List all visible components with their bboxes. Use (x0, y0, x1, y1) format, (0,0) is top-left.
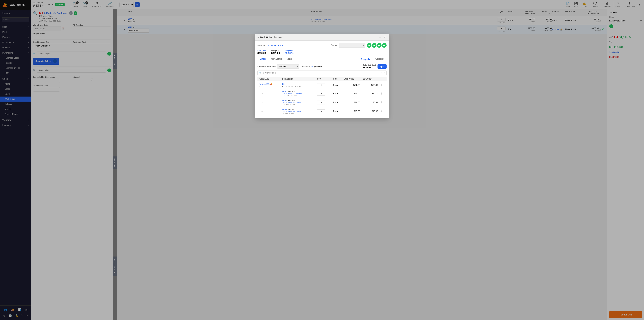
recipe-row4-purchase: 4 (258, 107, 281, 116)
modal-tab-notes-label: Notes (286, 58, 292, 60)
recipe-row2-price: $15.00 (342, 89, 362, 98)
modal-sale-price: $950.00 (258, 52, 266, 54)
modal-sale-price-label: Sale Price (258, 50, 266, 52)
recipe-row3-on-order: 86 on order (293, 102, 301, 104)
recipe-row4-on-order: 69 on order (293, 111, 301, 113)
recipe-row4-price: $15.00 (342, 107, 362, 116)
pending-po-badge: Pending PO 🚚 (259, 83, 280, 85)
recipe-row1-purchase: Pending PO 🚚 1 (258, 81, 281, 89)
recipe-row-4: 4 0003 Block C 104 on hand 69 on order 7… (258, 107, 386, 116)
recipe-row3-on-hand: 160 on hand (282, 102, 292, 104)
modal-nav-prev[interactable]: ◀ (372, 43, 376, 48)
recipe-row1-delete[interactable]: 🗑 (380, 84, 383, 87)
modal-search-row: 🔍 ✕ ≡ (258, 71, 386, 75)
recipe-col-uom: UOM (332, 77, 342, 81)
recipe-row2-delete[interactable]: 🗑 (380, 92, 383, 95)
recipe-row4-on-hand: 104 on hand (282, 111, 292, 113)
recipe-table-body: Pending PO 🚚 1 001 Block Special Order -… (258, 81, 386, 116)
recipe-row2-code[interactable]: 0001 (282, 91, 287, 93)
modal-body: Item #2: 0014 - BLOCK KIT Status: ⏮ ◀ ▶ … (255, 41, 389, 118)
modal-status-label: Status: (331, 44, 337, 47)
recipe-row1-code[interactable]: 001 (282, 83, 286, 85)
total-est-cost-val: $628.94 (363, 66, 376, 69)
recipe-row2-uom: Each (332, 89, 342, 98)
recipe-row1-price: $750.00 (342, 81, 362, 89)
recipe-row3-price: $20.00 (342, 98, 362, 107)
modal-tab-details[interactable]: Details (258, 56, 269, 62)
modal-tab-notes[interactable]: Notes (284, 56, 294, 62)
recipe-col-unit-price: UNIT PRICE (342, 77, 362, 81)
recipe-row4-actions: 🗑 (379, 107, 386, 116)
modal-item-code: 0014 - BLOCK KIT (267, 44, 286, 47)
recipe-row3-delete[interactable]: 🗑 (380, 101, 383, 104)
modal-margin-dollar-group: Margin $ $321.06 (271, 50, 280, 54)
recipe-row2-checkbox[interactable] (259, 92, 261, 94)
recipe-row3-qty (316, 98, 332, 107)
modal-nav-first[interactable]: ⏮ (367, 43, 372, 48)
modal-price-row: Sale Price $950.00 Margin $ $321.06 Marg… (258, 50, 386, 54)
modal-close-button[interactable]: ✕ (383, 36, 386, 39)
work-order-line-item-modal: ≡ Work Order Line Item – ✕ Item #2: 0014… (255, 34, 389, 118)
modal-recipe-label: Recipe (361, 58, 368, 61)
recipe-row4-delete[interactable]: 🗑 (380, 110, 383, 113)
recipe-row1-qty-input[interactable] (317, 83, 325, 87)
recipe-header-row: PURCHASE INVENTORY QTY UOM UNIT PRICE ES… (258, 77, 386, 81)
recipe-row4-qty-input[interactable] (317, 110, 325, 113)
modal-nav-last[interactable]: ⏭ (382, 43, 386, 48)
recipe-row3-uom: Each (332, 98, 342, 107)
recipe-row2-actions: 🗑 (379, 89, 386, 98)
recipe-row4-code[interactable]: 0003 (282, 108, 287, 111)
total-price-val: $950.00 (314, 65, 322, 68)
recipe-col-inventory: INVENTORY (281, 77, 316, 81)
recipe-row2-num: 2 (262, 93, 263, 95)
recipe-row4-desc: Block C (288, 108, 295, 111)
modal-status-row: Status: ⏮ ◀ ▶ ⏭ (331, 43, 386, 48)
recipe-row4-num: 4 (262, 110, 263, 113)
recipe-row3-desc: Block B (288, 99, 295, 102)
modal-status-select[interactable] (338, 43, 366, 48)
chevron-icon: ▾ (296, 58, 298, 61)
recipe-row2-qty-input[interactable] (317, 92, 325, 96)
modal-tab-dropdown[interactable]: ▾ (294, 56, 300, 62)
modal-search-input[interactable] (262, 72, 380, 74)
recipe-row3-code[interactable]: 0002 (282, 99, 287, 102)
modal-tab-availability-label: Availability (375, 58, 384, 60)
recipe-row3-checkbox[interactable] (259, 101, 261, 103)
recipe-table: PURCHASE INVENTORY QTY UOM UNIT PRICE ES… (258, 77, 386, 116)
recipe-row3-atp: 42 ATP (290, 104, 295, 105)
modal-nav-next[interactable]: ▶ (377, 43, 382, 48)
modal-margin-dollar: $321.06 (271, 52, 280, 54)
recipe-row4-checkbox[interactable] (259, 110, 261, 112)
modal-search-icon: 🔍 (259, 72, 262, 74)
refresh-icon[interactable]: ↻ (311, 65, 313, 68)
recipe-row1-cost: $500.00 (362, 81, 379, 89)
modal-tab-availability[interactable]: Availability (372, 56, 386, 62)
total-est-cost-label: Total Est. Cost (363, 64, 376, 66)
recipe-row3-actions: 🗑 (379, 98, 386, 107)
template-label: Line Item Template (258, 65, 276, 68)
recipe-row2-on-order: 114 on order (293, 93, 302, 95)
split-button[interactable]: Split (378, 64, 386, 69)
modal-margin-pct-label: Margin % (285, 50, 293, 52)
recipe-row3-inv-detail: 160 on hand 86 on order (282, 102, 314, 104)
recipe-row4-inventory: 0003 Block C 104 on hand 69 on order 72 … (281, 107, 316, 116)
truck-delivery-icon: 🚚 (269, 83, 272, 85)
modal-tabs: Details MoreDetails Notes ▾ Recipe ▶ Ava… (258, 56, 386, 62)
recipe-row3-cost: $6.31 (362, 98, 379, 107)
modal-clear-search-button[interactable]: ✕ (381, 72, 382, 74)
recipe-row3-num: 3 (262, 101, 263, 104)
modal-recipe-tab[interactable]: Recipe ▶ (359, 56, 372, 62)
modal-minimize-button[interactable]: – (378, 36, 382, 39)
template-select[interactable]: Default (277, 64, 299, 69)
modal-item-row: Item #2: 0014 - BLOCK KIT Status: ⏮ ◀ ▶ … (258, 43, 386, 48)
modal-play-icon: ▶ (368, 58, 370, 61)
recipe-row4-cost: $10.06 (362, 107, 379, 116)
modal-tab-more-details-label: MoreDetails (271, 58, 282, 60)
modal-tab-more-details[interactable]: MoreDetails (269, 56, 284, 62)
recipe-row2-inventory: 0001 Block A 228 on hand 114 on order 22… (281, 89, 316, 98)
modal-overlay[interactable]: ≡ Work Order Line Item – ✕ Item #2: 0014… (0, 0, 644, 320)
recipe-row3-qty-input[interactable] (317, 101, 325, 104)
recipe-row1-qty (316, 81, 332, 89)
modal-lines-button[interactable]: ≡ (384, 71, 385, 74)
recipe-col-purchase: PURCHASE (258, 77, 281, 81)
